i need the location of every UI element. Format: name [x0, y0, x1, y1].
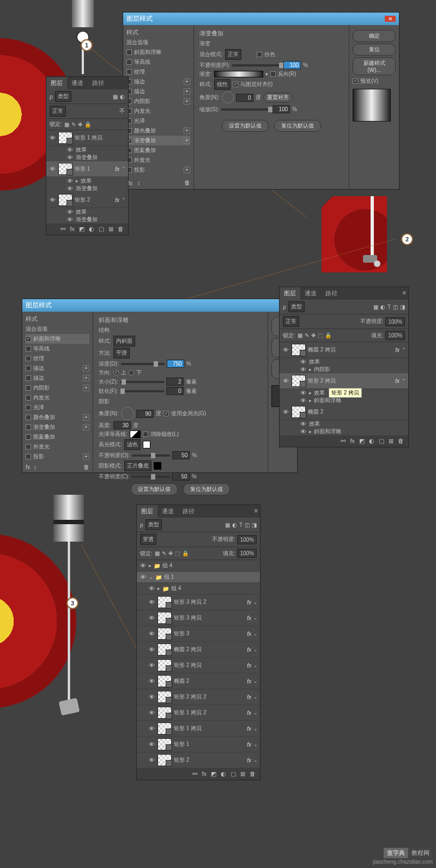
fx-inner-glow[interactable]: 内发光	[26, 393, 89, 403]
kind-filter[interactable]: 类型	[55, 91, 71, 102]
eye-icon[interactable]: 👁	[148, 694, 155, 700]
fx-bevel[interactable]: 斜面和浮雕	[26, 334, 89, 344]
eye-icon[interactable]: 👁	[148, 741, 155, 748]
angle-input[interactable]: 0	[236, 94, 253, 102]
layer-item[interactable]: 👁矩形 2 拷贝fx⌃	[280, 373, 408, 389]
eye-icon[interactable]: 👁	[148, 725, 155, 732]
layer-item[interactable]: 👁矩形 3 拷贝fx⌄	[137, 610, 260, 626]
tab-channels[interactable]: 通道	[67, 77, 88, 89]
reset-align-button[interactable]: 重置对齐	[263, 93, 293, 102]
blend-select[interactable]: 正常	[283, 316, 299, 327]
layer-item[interactable]: 👁椭圆 2fx⌄	[137, 673, 260, 689]
layer-item[interactable]: 👁椭圆 2 拷贝fx⌄	[137, 642, 260, 658]
tab-channels[interactable]: 通道	[158, 505, 178, 518]
layer-item[interactable]: 👁矩形 2 拷贝fx⌄	[137, 658, 260, 673]
tab-paths[interactable]: 路径	[88, 77, 108, 89]
arrow-icon[interactable]: ↕	[137, 179, 141, 187]
group-row[interactable]: 👁⌄📁组 1	[137, 572, 260, 583]
eye-icon[interactable]: 👁	[49, 135, 56, 141]
fx-color-overlay[interactable]: 颜色叠加+	[26, 412, 89, 422]
eye-icon[interactable]: 👁	[148, 662, 155, 669]
dialog-titlebar[interactable]: 图层样式 ✕	[123, 13, 399, 25]
fx-pattern-overlay[interactable]: 图案叠加	[126, 145, 190, 155]
tab-paths[interactable]: 路径	[178, 505, 199, 518]
fx-color-overlay[interactable]: 颜色叠加+	[126, 126, 190, 136]
fx-drop-shadow[interactable]: 投影+	[126, 165, 190, 175]
eye-icon[interactable]: 👁	[148, 646, 155, 653]
fx-icon[interactable]: fx	[70, 226, 75, 233]
blend-mode-select[interactable]: 正常	[225, 49, 241, 60]
bevel-tech-select[interactable]: 平滑	[113, 348, 130, 359]
reset-default-button[interactable]: 复位为默认值	[183, 483, 230, 495]
bevel-style-select[interactable]: 内斜面	[113, 336, 135, 347]
fx-stroke[interactable]: 描边+	[26, 363, 89, 373]
tab-channels[interactable]: 通道	[300, 287, 321, 300]
layer-item[interactable]: 👁矩形 1 拷贝fx⌄	[137, 721, 260, 737]
layer-item[interactable]: 👁矩形 3fx⌄	[137, 626, 260, 642]
cancel-button[interactable]: 复位	[353, 44, 396, 56]
tab-layers[interactable]: 图层	[46, 77, 67, 89]
layer-item[interactable]: 👁矩形 1 拷贝	[46, 130, 128, 146]
layer-item[interactable]: 👁矩形 1fx⌄	[137, 737, 260, 752]
eye-icon[interactable]: 👁	[148, 678, 155, 684]
new-icon[interactable]: ⊞	[108, 226, 113, 233]
kind-filter[interactable]: 类型	[288, 301, 305, 312]
blend-options[interactable]: 混合选项	[26, 324, 89, 334]
set-default-button[interactable]: 设置为默认值	[131, 483, 178, 495]
fx-stroke[interactable]: 描边+	[126, 77, 190, 87]
layer-item[interactable]: 👁矩形 2fx⌄	[137, 752, 260, 768]
fx-outer-glow[interactable]: 外发光	[26, 442, 89, 452]
mask-icon[interactable]: ◩	[79, 226, 84, 233]
eye-icon[interactable]: 👁	[148, 615, 155, 621]
group-row[interactable]: 👁▸📁组 4	[137, 583, 260, 594]
fx-satin[interactable]: 光泽	[26, 403, 89, 412]
fx-outer-glow[interactable]: 外发光	[126, 155, 190, 165]
menu-icon[interactable]: ≡	[401, 287, 408, 300]
fx-texture[interactable]: 纹理	[26, 354, 89, 363]
fx-gradient-overlay[interactable]: 渐变叠加+	[126, 136, 190, 145]
trash-icon[interactable]: 🗑	[118, 226, 124, 233]
soften-input[interactable]: 0	[166, 387, 184, 395]
adjust-icon[interactable]: ◐	[89, 226, 94, 233]
fx-bevel[interactable]: 斜面和浮雕	[126, 47, 190, 57]
blend-select[interactable]: 正常	[50, 106, 66, 117]
fx-satin[interactable]: 光泽	[126, 116, 190, 126]
link-icon[interactable]: ⚯	[60, 226, 65, 233]
layer-item[interactable]: 👁矩形 2 拷贝 2fx⌄	[137, 689, 260, 705]
close-icon[interactable]: ✕	[385, 16, 396, 22]
fx-contour[interactable]: 等高线	[26, 344, 89, 354]
group-icon[interactable]: ▢	[99, 226, 104, 233]
eye-icon[interactable]: 👁	[148, 599, 155, 605]
new-style-button[interactable]: 新建样式(W)...	[353, 57, 396, 75]
eye-icon[interactable]: 👁	[148, 757, 155, 763]
gradient-picker[interactable]	[214, 71, 263, 77]
layer-item[interactable]: 👁椭圆 2 拷贝fx⌃	[280, 342, 408, 358]
fx-pattern-overlay[interactable]: 图案叠加	[26, 432, 89, 442]
eye-icon[interactable]: 👁	[148, 709, 155, 716]
fx-texture[interactable]: 纹理	[126, 67, 190, 77]
layer-item[interactable]: 👁矩形 1fx⌃	[46, 161, 128, 177]
trash-icon[interactable]: 🗑	[184, 179, 190, 187]
size-input[interactable]: 2	[166, 378, 184, 386]
layer-item[interactable]: 👁矩形 3 拷贝 2fx⌄	[137, 594, 260, 610]
grad-style-select[interactable]: 线性	[214, 79, 231, 90]
tab-paths[interactable]: 路径	[321, 287, 342, 300]
fx-stroke[interactable]: 描边+	[126, 87, 190, 96]
group-row[interactable]: 👁▸📁组 4	[137, 560, 260, 572]
set-default-button[interactable]: 设置为默认值	[222, 120, 269, 132]
depth-input[interactable]: 750	[167, 360, 184, 368]
fx-drop-shadow[interactable]: 投影+	[26, 452, 89, 462]
ok-button[interactable]: 确定	[353, 30, 396, 42]
blend-options[interactable]: 混合选项	[126, 38, 190, 47]
fx-inner-shadow[interactable]: 内阴影+	[126, 96, 190, 106]
scale-input[interactable]: 100	[272, 105, 290, 113]
fx-inner-glow[interactable]: 内发光	[126, 106, 190, 116]
layer-item[interactable]: 👁椭圆 2	[280, 404, 408, 420]
reset-default-button[interactable]: 复位为默认值	[274, 120, 321, 132]
eye-icon[interactable]: 👁	[148, 630, 155, 637]
fx-inner-shadow[interactable]: 内阴影+	[26, 383, 89, 393]
tab-layers[interactable]: 图层	[137, 505, 158, 518]
menu-icon[interactable]: ≡	[252, 505, 260, 518]
opacity-input[interactable]: 100	[283, 61, 301, 69]
fx-gradient-overlay[interactable]: 渐变叠加+	[26, 422, 89, 432]
